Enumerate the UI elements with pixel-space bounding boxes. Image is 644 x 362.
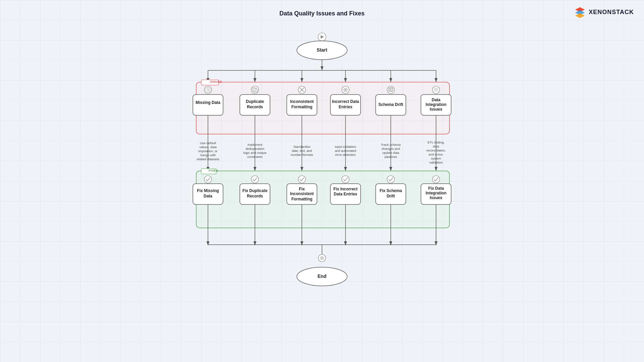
fix-incorr-icon-bg	[342, 176, 349, 183]
svg-marker-2	[575, 13, 585, 18]
fix-incon-label2: Inconsistent	[290, 191, 314, 196]
fix-incon-icon-bg	[298, 176, 306, 183]
fix-incon-label3: Formatting	[291, 197, 313, 201]
inconsistent-label1: Inconsistent	[290, 99, 314, 104]
integ-label3: Issues	[430, 107, 442, 112]
logo-icon	[574, 6, 586, 18]
inconsistent-label2: Formatting	[291, 105, 313, 109]
fixes-box	[196, 171, 449, 228]
duplicate-records-label2: Records	[247, 105, 263, 109]
fixes-badge-text: FIXES	[209, 169, 218, 172]
integ-label1: Data	[432, 98, 440, 102]
fix-integ-icon-bg	[432, 176, 440, 183]
incorrect-entries-label2: Entries	[339, 105, 353, 109]
fix-missing-label2: Data	[204, 194, 212, 198]
fix-integ-label3: Issues	[430, 195, 442, 200]
diagram-svg: Start ISSUES ○ Missing Data	[171, 17, 473, 345]
fix-dup-label1: Fix Duplicate	[243, 188, 268, 193]
issues-badge-text: ISSUES	[210, 80, 222, 83]
fix-integ-label1: Fix Data	[428, 186, 444, 191]
incorrect-entries-label1: Incorrect Data	[332, 99, 359, 104]
issues-box	[196, 82, 449, 134]
end-label: End	[318, 274, 326, 279]
logo-text: XENONSTACK	[589, 9, 634, 16]
target-center	[345, 89, 346, 90]
fix-schema-label1: Fix Schema	[380, 188, 402, 193]
integ-icon-bg	[432, 86, 440, 94]
fix-missing-label1: Fix Missing	[197, 188, 219, 193]
fix-incorr-label2: Data Entries	[334, 192, 357, 196]
fix-dup-icon-bg	[251, 176, 259, 183]
fix-schema-icon-bg	[387, 176, 394, 183]
missing-data-label: Missing Data	[196, 100, 220, 105]
end-dot	[321, 257, 323, 259]
fix-incon-label1: Fix	[299, 187, 305, 191]
fix-dup-label2: Records	[247, 194, 263, 198]
page-container: XENONSTACK Data Quality Issues and Fixes…	[0, 0, 644, 362]
dup-icon-bg	[251, 86, 259, 94]
schema-drift-label: Schema Drift	[378, 102, 403, 107]
fix-missing-icon-bg	[204, 176, 212, 183]
fix-schema-label2: Drift	[387, 194, 395, 198]
diagram-title: Data Quality Issues and Fixes	[279, 10, 365, 17]
start-label: Start	[317, 47, 327, 53]
fix-incorr-label1: Fix Incorrect	[333, 187, 358, 191]
logo: XENONSTACK	[574, 6, 634, 18]
duplicate-records-label1: Duplicate	[246, 99, 264, 104]
fix-integ-label2: Integration	[426, 191, 446, 195]
integ-label2: Integration	[426, 102, 446, 107]
